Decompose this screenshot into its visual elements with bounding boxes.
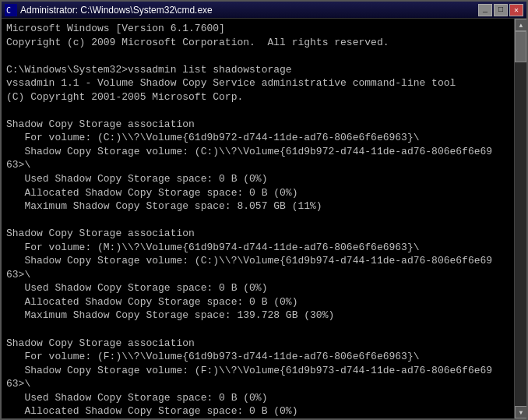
scroll-up-button[interactable]: ▲ [515, 19, 526, 31]
console-line: 63>\ [6, 158, 509, 172]
console-line: For volume: (F:)\\?\Volume{61d9b973-d744… [6, 350, 509, 364]
console-line: Shadow Copy Storage association [6, 337, 509, 351]
close-button[interactable]: ✕ [509, 4, 523, 16]
scroll-track[interactable] [515, 31, 526, 406]
console-line: (C) Copyright 2001-2005 Microsoft Corp. [6, 90, 509, 104]
window-controls: _ □ ✕ [478, 4, 523, 16]
console-line: Allocated Shadow Copy Storage space: 0 B… [6, 404, 509, 418]
cmd-window: C Administrator: C:\Windows\System32\cmd… [0, 0, 528, 420]
title-bar: C Administrator: C:\Windows\System32\cmd… [2, 2, 526, 19]
console-line: C:\Windows\System32>vssadmin list shadow… [6, 63, 509, 77]
console-container: Microsoft Windows [Version 6.1.7600]Copy… [2, 19, 526, 418]
console-line: Used Shadow Copy Storage space: 0 B (0%) [6, 172, 509, 186]
console-line: For volume: (M:)\\?\Volume{61d9b974-d744… [6, 241, 509, 255]
console-line: 63>\ [6, 268, 509, 282]
console-line: vssadmin 1.1 - Volume Shadow Copy Servic… [6, 76, 509, 90]
scroll-down-button[interactable]: ▼ [515, 406, 526, 418]
console-line: Shadow Copy Storage volume: (C:)\\?\Volu… [6, 145, 509, 159]
console-line: Shadow Copy Storage volume: (F:)\\?\Volu… [6, 364, 509, 378]
console-line: Shadow Copy Storage volume: (C:)\\?\Volu… [6, 254, 509, 268]
console-line: Shadow Copy Storage association [6, 118, 509, 132]
console-line: Maximum Shadow Copy Storage space: 8.057… [6, 199, 509, 214]
console-line [6, 214, 509, 228]
cmd-icon: C [5, 4, 17, 16]
console-line: Allocated Shadow Copy Storage space: 0 B… [6, 295, 509, 309]
console-line: 63>\ [6, 377, 509, 391]
scroll-thumb[interactable] [515, 31, 526, 62]
console-line [6, 323, 509, 337]
maximize-button[interactable]: □ [494, 4, 508, 16]
console-line: For volume: (C:)\\?\Volume{61d9b972-d744… [6, 131, 509, 145]
svg-text:C: C [6, 6, 11, 15]
console-line: Copyright (c) 2009 Microsoft Corporation… [6, 36, 509, 50]
console-line: Microsoft Windows [Version 6.1.7600] [6, 22, 509, 36]
console-line: Used Shadow Copy Storage space: 0 B (0%) [6, 281, 509, 295]
console-line [6, 49, 509, 63]
console-line: Maximum Shadow Copy Storage space: 139.7… [6, 309, 509, 323]
console-line [6, 104, 509, 118]
console-line: Allocated Shadow Copy Storage space: 0 B… [6, 186, 509, 200]
console-output[interactable]: Microsoft Windows [Version 6.1.7600]Copy… [2, 19, 514, 418]
console-line: Used Shadow Copy Storage space: 0 B (0%) [6, 391, 509, 405]
minimize-button[interactable]: _ [478, 4, 492, 16]
console-line: Shadow Copy Storage association [6, 227, 509, 241]
window-title: Administrator: C:\Windows\System32\cmd.e… [20, 5, 478, 16]
scrollbar[interactable]: ▲ ▼ [514, 19, 526, 418]
